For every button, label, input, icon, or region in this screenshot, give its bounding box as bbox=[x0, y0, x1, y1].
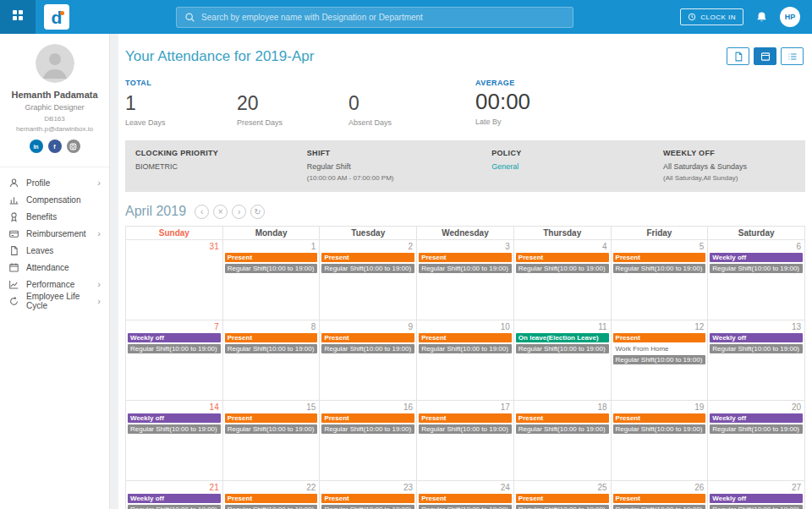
event-present[interactable]: Present bbox=[419, 413, 512, 423]
event-present[interactable]: Present bbox=[516, 253, 609, 262]
sidebar-item-profile[interactable]: Profile› bbox=[0, 174, 109, 191]
event-weekly_off[interactable]: Weekly off bbox=[128, 413, 221, 423]
calendar-cell[interactable]: 26PresentRegular Shift(10:00 to 19:00) bbox=[612, 481, 709, 509]
calendar-cell[interactable]: 8PresentRegular Shift(10:00 to 19:00) bbox=[223, 320, 321, 401]
instagram-icon[interactable] bbox=[67, 140, 80, 153]
calendar-cell[interactable]: 20Weekly offRegular Shift(10:00 to 19:00… bbox=[708, 401, 805, 481]
event-shift[interactable]: Regular Shift(10:00 to 19:00) bbox=[225, 264, 318, 273]
event-shift[interactable]: Regular Shift(10:00 to 19:00) bbox=[710, 505, 803, 509]
event-present[interactable]: Present bbox=[419, 494, 512, 503]
event-present[interactable]: Present bbox=[516, 413, 609, 423]
event-shift[interactable]: Regular Shift(10:00 to 19:00) bbox=[516, 344, 609, 353]
event-present[interactable]: Present bbox=[613, 333, 706, 342]
event-present[interactable]: Present bbox=[225, 494, 318, 503]
sidebar-item-performance[interactable]: Performance› bbox=[0, 276, 109, 293]
event-weekly_off[interactable]: Weekly off bbox=[128, 494, 221, 503]
event-weekly_off[interactable]: Weekly off bbox=[710, 494, 803, 503]
event-weekly_off[interactable]: Weekly off bbox=[128, 333, 221, 342]
event-present[interactable]: Present bbox=[321, 413, 414, 423]
event-shift[interactable]: Regular Shift(10:00 to 19:00) bbox=[225, 424, 318, 434]
calendar-cell[interactable]: 14Weekly offRegular Shift(10:00 to 19:00… bbox=[126, 401, 223, 481]
calendar-cell[interactable]: 11On leave(Election Leave)Regular Shift(… bbox=[514, 320, 612, 401]
calendar-cell[interactable]: 9PresentRegular Shift(10:00 to 19:00) bbox=[320, 320, 417, 401]
calendar-cell[interactable]: 19PresentRegular Shift(10:00 to 19:00) bbox=[612, 401, 709, 481]
event-shift[interactable]: Regular Shift(10:00 to 19:00) bbox=[516, 505, 609, 509]
event-leave[interactable]: On leave(Election Leave) bbox=[516, 333, 609, 342]
sidebar-item-leaves[interactable]: Leaves bbox=[0, 242, 109, 259]
event-shift[interactable]: Regular Shift(10:00 to 19:00) bbox=[613, 264, 706, 273]
calendar-cell[interactable]: 1PresentRegular Shift(10:00 to 19:00) bbox=[223, 240, 321, 320]
event-shift[interactable]: Regular Shift(10:00 to 19:00) bbox=[321, 505, 414, 509]
calendar-cell[interactable]: 16PresentRegular Shift(10:00 to 19:00) bbox=[320, 401, 417, 481]
event-shift[interactable]: Regular Shift(10:00 to 19:00) bbox=[128, 424, 221, 434]
calendar-cell[interactable]: 2PresentRegular Shift(10:00 to 19:00) bbox=[320, 240, 417, 320]
calendar-cell[interactable]: 4PresentRegular Shift(10:00 to 19:00) bbox=[514, 240, 612, 320]
facebook-icon[interactable]: f bbox=[48, 140, 62, 153]
calendar-cell[interactable]: 15PresentRegular Shift(10:00 to 19:00) bbox=[223, 401, 321, 481]
linkedin-icon[interactable]: in bbox=[30, 140, 43, 153]
list-view-button[interactable] bbox=[781, 47, 804, 65]
next-month-button[interactable]: › bbox=[232, 205, 246, 219]
event-present[interactable]: Present bbox=[419, 333, 512, 342]
policy-link[interactable]: General bbox=[491, 162, 663, 171]
calendar-cell[interactable]: 21Weekly offRegular Shift(10:00 to 19:00… bbox=[126, 481, 223, 509]
event-present[interactable]: Present bbox=[321, 494, 414, 503]
calendar-cell[interactable]: 12PresentWork From HomeRegular Shift(10:… bbox=[612, 320, 709, 401]
event-present[interactable]: Present bbox=[613, 494, 706, 503]
calendar-cell[interactable]: 23PresentRegular Shift(10:00 to 19:00) bbox=[320, 481, 417, 509]
calendar-cell[interactable]: 27Weekly offRegular Shift(10:00 to 19:00… bbox=[708, 481, 805, 509]
calendar-cell[interactable]: 3PresentRegular Shift(10:00 to 19:00) bbox=[417, 240, 514, 320]
event-wfh[interactable]: Work From Home bbox=[613, 344, 706, 353]
event-shift[interactable]: Regular Shift(10:00 to 19:00) bbox=[710, 424, 803, 434]
event-shift[interactable]: Regular Shift(10:00 to 19:00) bbox=[710, 344, 803, 353]
search-input[interactable] bbox=[201, 13, 565, 22]
event-shift[interactable]: Regular Shift(10:00 to 19:00) bbox=[419, 344, 512, 353]
event-shift[interactable]: Regular Shift(10:00 to 19:00) bbox=[225, 505, 318, 509]
calendar-cell[interactable]: 5PresentRegular Shift(10:00 to 19:00) bbox=[612, 240, 709, 320]
event-present[interactable]: Present bbox=[613, 413, 706, 423]
event-weekly_off[interactable]: Weekly off bbox=[710, 253, 803, 262]
event-shift[interactable]: Regular Shift(10:00 to 19:00) bbox=[516, 264, 609, 273]
event-shift[interactable]: Regular Shift(10:00 to 19:00) bbox=[128, 505, 221, 509]
event-weekly_off[interactable]: Weekly off bbox=[710, 333, 803, 342]
event-shift[interactable]: Regular Shift(10:00 to 19:00) bbox=[613, 355, 706, 364]
calendar-cell[interactable]: 17PresentRegular Shift(10:00 to 19:00) bbox=[417, 401, 514, 481]
calendar-cell[interactable]: 25PresentRegular Shift(10:00 to 19:00) bbox=[514, 481, 612, 509]
card-view-button[interactable] bbox=[754, 47, 776, 65]
sidebar-item-employee-life-cycle[interactable]: Employee Life Cycle› bbox=[0, 293, 109, 309]
sidebar-item-reimbursement[interactable]: Reimbursement› bbox=[0, 225, 109, 242]
event-present[interactable]: Present bbox=[225, 413, 318, 423]
clock-in-button[interactable]: CLOCK IN bbox=[680, 8, 743, 25]
event-present[interactable]: Present bbox=[321, 333, 414, 342]
darwinbox-logo[interactable]: d bbox=[44, 4, 69, 30]
apps-grid-button[interactable] bbox=[0, 0, 36, 34]
calendar-cell[interactable]: 10PresentRegular Shift(10:00 to 19:00) bbox=[417, 320, 514, 401]
sidebar-item-benefits[interactable]: Benefits bbox=[0, 208, 109, 225]
calendar-cell[interactable]: 7Weekly offRegular Shift(10:00 to 19:00) bbox=[126, 320, 223, 401]
event-present[interactable]: Present bbox=[225, 253, 318, 262]
user-avatar[interactable]: HP bbox=[780, 7, 800, 27]
file-view-button[interactable] bbox=[727, 47, 749, 65]
event-shift[interactable]: Regular Shift(10:00 to 19:00) bbox=[516, 424, 609, 434]
profile-avatar[interactable] bbox=[36, 44, 74, 83]
event-present[interactable]: Present bbox=[419, 253, 512, 262]
close-button[interactable]: × bbox=[213, 205, 228, 219]
event-present[interactable]: Present bbox=[516, 494, 609, 503]
global-search[interactable] bbox=[176, 7, 573, 28]
event-present[interactable]: Present bbox=[225, 333, 318, 342]
event-shift[interactable]: Regular Shift(10:00 to 19:00) bbox=[321, 264, 414, 273]
event-present[interactable]: Present bbox=[321, 253, 414, 262]
event-shift[interactable]: Regular Shift(10:00 to 19:00) bbox=[613, 505, 706, 509]
event-shift[interactable]: Regular Shift(10:00 to 19:00) bbox=[225, 344, 318, 353]
event-shift[interactable]: Regular Shift(10:00 to 19:00) bbox=[613, 424, 706, 434]
event-shift[interactable]: Regular Shift(10:00 to 19:00) bbox=[321, 344, 414, 353]
event-shift[interactable]: Regular Shift(10:00 to 19:00) bbox=[128, 344, 221, 353]
calendar-cell[interactable]: 24PresentRegular Shift(10:00 to 19:00) bbox=[417, 481, 514, 509]
calendar-cell[interactable]: 22PresentRegular Shift(10:00 to 19:00) bbox=[223, 481, 321, 509]
event-weekly_off[interactable]: Weekly off bbox=[710, 413, 803, 423]
calendar-cell[interactable]: 13Weekly offRegular Shift(10:00 to 19:00… bbox=[708, 320, 805, 401]
calendar-cell[interactable]: 6Weekly offRegular Shift(10:00 to 19:00) bbox=[708, 240, 805, 320]
event-shift[interactable]: Regular Shift(10:00 to 19:00) bbox=[419, 505, 512, 509]
event-shift[interactable]: Regular Shift(10:00 to 19:00) bbox=[321, 424, 414, 434]
prev-month-button[interactable]: ‹ bbox=[195, 205, 209, 219]
